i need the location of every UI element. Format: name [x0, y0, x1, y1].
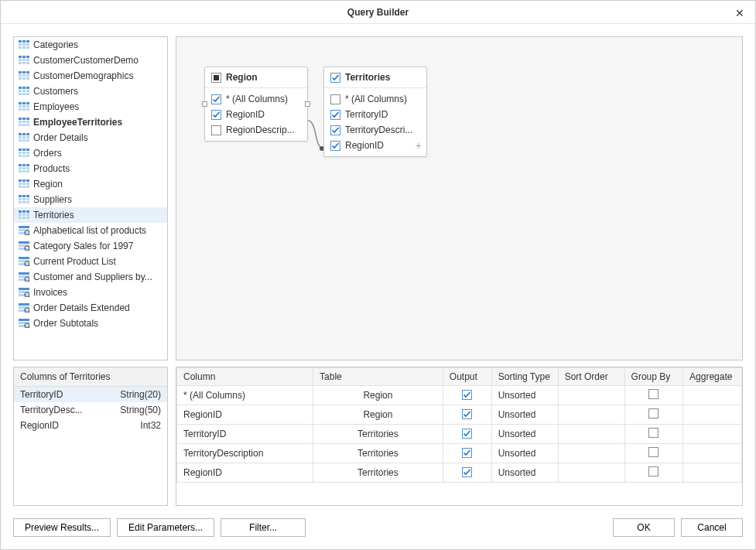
- grid-cell[interactable]: Region: [313, 405, 443, 425]
- column-info-row[interactable]: TerritoryIDString(20): [14, 387, 167, 402]
- grid-cell[interactable]: [683, 405, 742, 425]
- grid-cell[interactable]: [443, 386, 491, 405]
- grid-cell[interactable]: RegionID: [177, 463, 313, 483]
- grid-cell[interactable]: [558, 444, 624, 463]
- table-item[interactable]: Territories: [14, 207, 167, 223]
- grid-cell[interactable]: [683, 386, 742, 405]
- table-item[interactable]: Customer and Suppliers by...: [14, 269, 167, 285]
- grid-checkbox[interactable]: [462, 409, 472, 419]
- node-column-row[interactable]: * (All Columns): [205, 91, 307, 107]
- edit-parameters-button[interactable]: Edit Parameters...: [117, 518, 214, 537]
- ok-button[interactable]: OK: [613, 518, 675, 537]
- grid-cell[interactable]: [624, 463, 682, 483]
- node-column-row[interactable]: TerritoryID: [324, 107, 426, 122]
- table-item[interactable]: Categories: [14, 37, 167, 53]
- node-column-row[interactable]: TerritoryDescri...: [324, 122, 426, 138]
- grid-cell[interactable]: [624, 444, 682, 463]
- grid-cell[interactable]: [558, 386, 624, 405]
- grid-header-cell[interactable]: Aggregate: [683, 368, 742, 386]
- table-item[interactable]: Current Product List: [14, 254, 167, 269]
- table-item[interactable]: Products: [14, 161, 167, 176]
- grid-cell[interactable]: Unsorted: [491, 444, 558, 463]
- node-header[interactable]: Territories: [324, 67, 426, 88]
- grid-cell[interactable]: Region: [313, 386, 443, 405]
- grid-cell[interactable]: [558, 463, 624, 483]
- table-item[interactable]: CustomerCustomerDemo: [14, 53, 167, 68]
- close-icon[interactable]: ✕: [730, 5, 749, 21]
- node-header-checkbox[interactable]: [330, 73, 340, 83]
- grid-header-cell[interactable]: Output: [443, 368, 491, 386]
- node-region[interactable]: Region* (All Columns)RegionIDRegionDescr…: [204, 67, 308, 142]
- grid-header-cell[interactable]: Sorting Type: [491, 368, 558, 386]
- grid-checkbox[interactable]: [462, 467, 472, 477]
- grid-header-cell[interactable]: Group By: [624, 368, 682, 386]
- grid-checkbox[interactable]: [648, 466, 659, 477]
- table-item[interactable]: Employees: [14, 99, 167, 114]
- grid-cell[interactable]: [683, 463, 742, 483]
- filter-button[interactable]: Filter...: [221, 518, 306, 537]
- grid-checkbox[interactable]: [462, 448, 472, 458]
- grid-header-cell[interactable]: Table: [313, 368, 443, 386]
- table-item[interactable]: Order Details Extended: [14, 300, 167, 316]
- column-info-row[interactable]: TerritoryDesc...String(50): [14, 402, 167, 418]
- port[interactable]: [202, 101, 207, 107]
- columns-grid[interactable]: ColumnTableOutputSorting TypeSort OrderG…: [176, 367, 742, 483]
- grid-cell[interactable]: Unsorted: [491, 386, 558, 405]
- grid-cell[interactable]: [683, 425, 742, 444]
- preview-results-button[interactable]: Preview Results...: [13, 518, 111, 537]
- column-checkbox[interactable]: [211, 125, 221, 135]
- grid-row[interactable]: TerritoryIDTerritoriesUnsorted: [177, 425, 742, 444]
- table-item[interactable]: Suppliers: [14, 192, 167, 207]
- grid-row[interactable]: RegionIDRegionUnsorted: [177, 405, 742, 425]
- node-header-checkbox[interactable]: [211, 73, 221, 83]
- grid-row[interactable]: RegionIDTerritoriesUnsorted: [177, 463, 742, 483]
- grid-checkbox[interactable]: [648, 389, 659, 399]
- grid-checkbox[interactable]: [648, 447, 659, 457]
- grid-cell[interactable]: [624, 425, 682, 444]
- grid-cell[interactable]: [624, 405, 682, 425]
- grid-cell[interactable]: Territories: [313, 444, 443, 463]
- column-checkbox[interactable]: [330, 94, 340, 104]
- grid-cell[interactable]: [624, 386, 682, 405]
- table-item[interactable]: Customers: [14, 84, 167, 99]
- grid-cell[interactable]: [443, 405, 491, 425]
- grid-cell[interactable]: Territories: [313, 463, 443, 483]
- grid-cell[interactable]: Territories: [313, 425, 443, 444]
- table-item[interactable]: Order Details: [14, 130, 167, 145]
- grid-checkbox[interactable]: [462, 390, 472, 400]
- table-item[interactable]: Region: [14, 176, 167, 192]
- grid-header-cell[interactable]: Column: [177, 368, 313, 386]
- node-column-row[interactable]: RegionID+: [324, 138, 426, 153]
- grid-cell[interactable]: [558, 425, 624, 444]
- grid-cell[interactable]: [443, 425, 491, 444]
- table-item[interactable]: Order Subtotals: [14, 316, 167, 331]
- table-item[interactable]: Alphabetical list of products: [14, 223, 167, 238]
- grid-cell[interactable]: Unsorted: [491, 463, 558, 483]
- column-checkbox[interactable]: [330, 125, 340, 135]
- grid-cell[interactable]: TerritoryID: [177, 425, 313, 444]
- grid-row[interactable]: TerritoryDescriptionTerritoriesUnsorted: [177, 444, 742, 463]
- column-checkbox[interactable]: [211, 110, 221, 120]
- tables-list[interactable]: CategoriesCustomerCustomerDemoCustomerDe…: [14, 37, 167, 331]
- grid-cell[interactable]: [443, 463, 491, 483]
- table-item[interactable]: Invoices: [14, 285, 167, 300]
- node-column-row[interactable]: * (All Columns): [324, 91, 426, 107]
- node-column-row[interactable]: RegionID: [205, 107, 307, 122]
- table-item[interactable]: Orders: [14, 145, 167, 161]
- grid-cell[interactable]: [683, 444, 742, 463]
- grid-header-cell[interactable]: Sort Order: [558, 368, 624, 386]
- grid-row[interactable]: * (All Columns)RegionUnsorted: [177, 386, 742, 405]
- design-canvas[interactable]: Region* (All Columns)RegionIDRegionDescr…: [176, 36, 743, 360]
- grid-checkbox[interactable]: [462, 429, 472, 439]
- grid-cell[interactable]: [558, 405, 624, 425]
- add-column-icon[interactable]: +: [416, 140, 422, 151]
- cancel-button[interactable]: Cancel: [681, 518, 743, 537]
- column-checkbox[interactable]: [330, 141, 340, 151]
- node-territories[interactable]: Territories* (All Columns)TerritoryIDTer…: [323, 67, 427, 157]
- table-item[interactable]: Category Sales for 1997: [14, 238, 167, 254]
- column-info-row[interactable]: RegionIDInt32: [14, 418, 167, 433]
- table-item[interactable]: EmployeeTerritories: [14, 114, 167, 130]
- grid-cell[interactable]: RegionID: [177, 405, 313, 425]
- node-column-row[interactable]: RegionDescrip...: [205, 122, 307, 138]
- column-checkbox[interactable]: [330, 110, 340, 120]
